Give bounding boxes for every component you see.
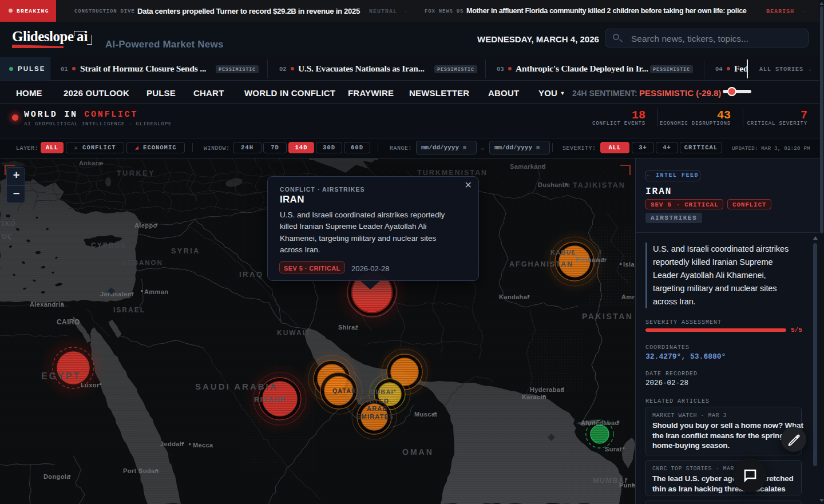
svg-text:ARAB: ARAB <box>367 405 388 412</box>
svg-text:LEBANON: LEBANON <box>122 259 163 266</box>
svg-text:Jerusalem: Jerusalem <box>100 291 133 297</box>
svg-text:Amri: Amri <box>621 293 635 300</box>
svg-text:QATAR: QATAR <box>332 387 356 394</box>
svg-text:KUWAIT: KUWAIT <box>277 329 311 337</box>
svg-text:τικό: τικό <box>0 217 15 228</box>
svg-text:Alexandria: Alexandria <box>30 301 65 308</box>
svg-text:Hyderabad: Hyderabad <box>530 386 564 393</box>
svg-text:Dongola: Dongola <box>43 473 70 480</box>
svg-text:Luxor: Luxor <box>81 382 100 388</box>
svg-text:CAIRO: CAIRO <box>57 318 80 326</box>
svg-text:Karachi: Karachi <box>522 394 546 400</box>
svg-text:Muscat: Muscat <box>414 411 437 418</box>
svg-text:TAJIKISTAN: TAJIKISTAN <box>573 181 625 189</box>
svg-text:Isla: Isla <box>623 261 635 268</box>
svg-text:γος: γος <box>0 230 12 241</box>
svg-text:SAUDI ARABIA: SAUDI ARABIA <box>195 382 278 391</box>
svg-text:TURKMENISTAN: TURKMENISTAN <box>417 169 488 177</box>
svg-text:Amman: Amman <box>144 288 168 295</box>
svg-text:PAKISTAN: PAKISTAN <box>582 312 633 321</box>
svg-text:Shiraz: Shiraz <box>338 324 359 331</box>
svg-text:Jeddah: Jeddah <box>160 440 184 447</box>
svg-text:Surat: Surat <box>605 446 622 453</box>
svg-text:RIYADH: RIYADH <box>254 396 286 404</box>
svg-text:Ankara: Ankara <box>79 160 102 166</box>
svg-text:ISRAEL: ISRAEL <box>113 306 145 314</box>
svg-text:TURKEY: TURKEY <box>117 169 155 177</box>
svg-text:Kandahar: Kandahar <box>499 293 530 300</box>
svg-text:Samarkand: Samarkand <box>510 163 546 170</box>
svg-text:IRAQ: IRAQ <box>239 270 264 279</box>
svg-text:CYPRUS: CYPRUS <box>91 241 126 249</box>
svg-text:AFGHANISTAN: AFGHANISTAN <box>509 260 573 268</box>
svg-text:Port Sudan: Port Sudan <box>123 467 159 474</box>
svg-text:Aleppo: Aleppo <box>134 222 157 229</box>
svg-text:Mecca: Mecca <box>193 442 213 449</box>
svg-text:EGYPT: EGYPT <box>41 371 81 381</box>
svg-text:Ahmedabad: Ahmedabad <box>581 419 619 426</box>
svg-text:OMAN: OMAN <box>402 447 434 457</box>
svg-text:UNITED: UNITED <box>362 398 389 404</box>
svg-text:KABUL: KABUL <box>550 249 576 256</box>
svg-text:DUBAI: DUBAI <box>370 388 394 395</box>
svg-text:SYRIA: SYRIA <box>171 247 200 255</box>
svg-text:EMIRATES: EMIRATES <box>356 413 394 420</box>
svg-text:Dushanbe: Dushanbe <box>538 181 570 188</box>
svg-text:Peshawar: Peshawar <box>576 256 607 263</box>
